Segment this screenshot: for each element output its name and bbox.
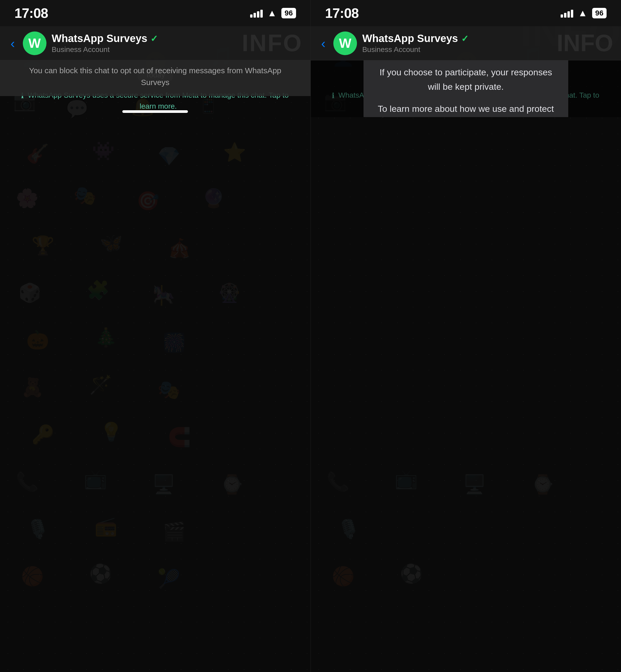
status-icons-right: ▲ 96 — [561, 8, 607, 18]
status-bar-right: 17:08 ▲ 96 — [311, 0, 621, 26]
block-notice: You can block this chat to opt out of re… — [0, 60, 310, 96]
signal-bar-4 — [260, 10, 263, 17]
account-sub-left: Business Account — [52, 45, 237, 54]
home-indicator-left — [122, 110, 188, 113]
status-icons-left: ▲ 96 — [250, 8, 296, 18]
account-name-right: WhatsApp Surveys ✓ — [362, 33, 551, 44]
header-info-right: WhatsApp Surveys ✓ Business Account — [362, 33, 551, 54]
battery-wrapper: 96 — [281, 8, 296, 18]
header-watermark: INFO — [242, 30, 303, 57]
signal-bar-2 — [254, 13, 256, 17]
signal-icon — [250, 9, 263, 17]
header-left: ‹ W WhatsApp Surveys ✓ Business Account … — [0, 26, 310, 60]
signal-bar-r1 — [561, 14, 563, 17]
signal-bar-1 — [250, 14, 252, 17]
chat-area-left: Today ℹ WhatsApp Surveys uses a secure s… — [0, 60, 310, 117]
dialog-body: This is the official chat of WhatsApp Su… — [364, 60, 568, 117]
status-bar-left: 17:08 ▲ 96 — [0, 0, 310, 26]
signal-bar-r4 — [571, 10, 573, 17]
battery-level: 96 — [281, 8, 296, 18]
wa-logo-left: W — [28, 36, 41, 51]
header-info-left: WhatsApp Surveys ✓ Business Account — [52, 33, 237, 54]
chat-area-right: Today ℹ WhatsApp Surveys uses a secure s… — [311, 60, 621, 117]
left-screen: 👤 ★ 🙂 🎵 📷 💬 🔔 📱 🎸 👾 💎 ⭐ 🌸 🎭 🎯 🔮 🏆 🦋 🎪 🎲 … — [0, 0, 310, 672]
header-watermark-right: INFO — [557, 30, 613, 57]
dialog-overlay: This is the official chat of WhatsApp Su… — [311, 60, 621, 117]
battery-level-right: 96 — [592, 8, 607, 18]
signal-icon-right — [561, 9, 573, 17]
dialog-paragraph-3: If you choose to participate, your respo… — [377, 65, 555, 94]
account-sub-right: Business Account — [362, 45, 551, 54]
signal-bar-3 — [257, 11, 259, 17]
dialog-box: This is the official chat of WhatsApp Su… — [364, 60, 568, 117]
wifi-icon-right: ▲ — [578, 8, 587, 18]
account-name-left: WhatsApp Surveys ✓ — [52, 33, 237, 44]
dialog-paragraph-4: To learn more about how we use and prote… — [377, 101, 555, 117]
signal-bar-r2 — [564, 13, 567, 17]
wifi-icon: ▲ — [267, 8, 277, 18]
battery-wrapper-right: 96 — [592, 8, 607, 18]
verified-badge-right: ✓ — [461, 33, 468, 44]
back-button-left[interactable]: ‹ — [8, 33, 17, 53]
avatar-left: W — [23, 32, 46, 55]
time-right: 17:08 — [325, 5, 359, 21]
verified-badge-left: ✓ — [151, 33, 158, 44]
avatar-right: W — [333, 32, 357, 55]
right-screen: 👤 ★ 🙂 🎵 📷 💬 🔔 📱 📞 📺 🖥️ ⌚ 🎙️ 🏀 ⚽ INFO 17:… — [311, 0, 621, 672]
time-left: 17:08 — [14, 5, 48, 21]
header-right: ‹ W WhatsApp Surveys ✓ Business Account … — [311, 26, 621, 60]
signal-bar-r3 — [568, 11, 570, 17]
wa-logo-right: W — [339, 36, 351, 51]
back-button-right[interactable]: ‹ — [319, 33, 328, 53]
